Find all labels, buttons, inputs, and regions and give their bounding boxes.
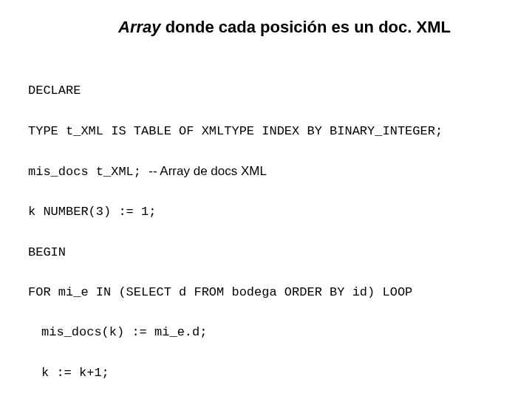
title-rest: donde cada posición es un doc. XML [161,18,451,36]
code-comment: -- Array de docs XML [149,164,267,178]
title-italic: Array [118,18,160,36]
code-block: DECLARE TYPE t_XML IS TABLE OF XMLTYPE I… [28,61,504,399]
code-line: k := k+1; [28,363,504,383]
code-line: mis_docs(k) := mi_e.d; [28,322,504,342]
code-line: FOR mi_e IN (SELECT d FROM bodega ORDER … [28,282,504,302]
code-line: TYPE t_XML IS TABLE OF XMLTYPE INDEX BY … [28,121,504,141]
code-line: DECLARE [28,81,504,100]
code-line: BEGIN [28,242,504,262]
code-line: k NUMBER(3) := 1; [28,202,504,222]
code-line: mis_docs t_XML; -- Array de docs XML [28,161,504,182]
slide-title: Array donde cada posición es un doc. XML [28,18,504,37]
